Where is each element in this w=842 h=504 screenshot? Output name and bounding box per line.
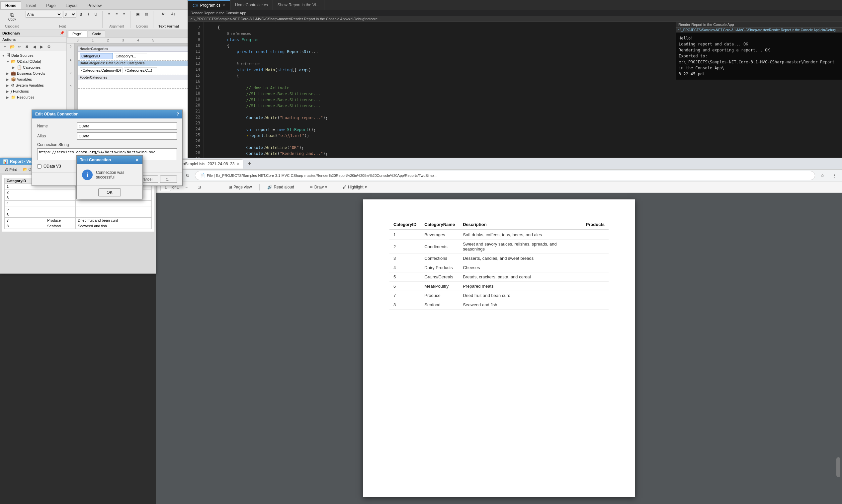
toggle-odata[interactable]: ▼ bbox=[6, 60, 11, 64]
url-bar[interactable]: 📄 File | E:/_PROJECTS/Samples-NET.Core-3… bbox=[195, 171, 815, 180]
italic-button[interactable]: I bbox=[86, 11, 91, 17]
border-buttons: ▣ ▤ bbox=[134, 11, 151, 17]
tree-item-system-variables[interactable]: ▶ ⚙ System Variables bbox=[0, 82, 66, 88]
arrow-right-btn[interactable]: ▶ bbox=[38, 43, 45, 50]
align-right-button[interactable]: ≡ bbox=[121, 11, 127, 17]
pdf-tab-close[interactable]: ✕ bbox=[236, 162, 240, 166]
test-connection-dialog: Test Connection ✕ i Connection was succe… bbox=[76, 155, 143, 199]
toggle-business-objects[interactable]: ▶ bbox=[6, 72, 11, 75]
text-format-btn1[interactable]: A↑ bbox=[159, 11, 168, 17]
code-line: Console.Write("Loading repor..."); bbox=[208, 115, 672, 121]
console-title-bar: Render Report in the Console App bbox=[676, 22, 842, 28]
zoom-out-icon: − bbox=[185, 185, 188, 190]
test-dialog-close[interactable]: ✕ bbox=[135, 158, 139, 162]
tree-item-resources[interactable]: ▶ 📁 Resources bbox=[0, 94, 66, 100]
pdf-toolbar: of 1 − ⊡ + ⊞ Page view 🔊 Read aloud ✏ Dr… bbox=[156, 182, 842, 193]
text-format-label: Text Format bbox=[157, 24, 180, 28]
code-line bbox=[208, 79, 672, 85]
add-btn[interactable]: + bbox=[2, 43, 8, 50]
underline-button[interactable]: U bbox=[92, 11, 100, 17]
odata-icon: 📂 bbox=[11, 59, 16, 64]
footer-band: FooterCategories bbox=[78, 75, 189, 89]
test-dialog-title: Test Connection bbox=[80, 158, 111, 162]
tree-item-business-objects[interactable]: ▶ 💼 Business Objects bbox=[0, 70, 66, 76]
pdf-table-row: 3ConfectionsDesserts, candies, and sweet… bbox=[389, 254, 609, 263]
font-size-select[interactable]: 8 bbox=[63, 11, 76, 18]
tab-home[interactable]: Home bbox=[0, 1, 21, 9]
sys-vars-icon: ⚙ bbox=[11, 83, 15, 88]
open-icon: 📂 bbox=[23, 167, 28, 171]
pin-icon[interactable]: 📌 bbox=[60, 31, 65, 35]
tree-item-categories[interactable]: ▶ 📋 Categories bbox=[0, 65, 66, 70]
print-button[interactable]: 🖨 Print bbox=[2, 166, 19, 173]
zoom-in-button[interactable]: + bbox=[207, 183, 217, 191]
tab-program-close[interactable]: ✕ bbox=[223, 3, 225, 7]
font-family-select[interactable]: Arial bbox=[25, 11, 62, 18]
render-report-tab[interactable]: Render Report in the Console App bbox=[191, 11, 246, 15]
code-content[interactable]: { 0 references class Program { private c… bbox=[204, 22, 676, 158]
name-input[interactable] bbox=[77, 122, 177, 130]
fill-button[interactable]: ▤ bbox=[142, 11, 151, 17]
url-text: File | E:/_PROJECTS/Samples-NET.Core-3.1… bbox=[207, 174, 811, 178]
toggle-categories[interactable]: ▶ bbox=[12, 66, 17, 69]
code-tab-show-report[interactable]: Show Report in the Vi... bbox=[273, 0, 324, 10]
delete-btn[interactable]: ✖ bbox=[23, 43, 30, 50]
align-left-button[interactable]: ≡ bbox=[106, 11, 112, 17]
toggle-data-sources[interactable]: ▼ bbox=[2, 54, 6, 57]
toggle-sys-vars[interactable]: ▶ bbox=[6, 84, 11, 87]
tab-layout[interactable]: Layout bbox=[60, 1, 82, 9]
tab-preview[interactable]: Preview bbox=[82, 1, 107, 9]
code-line bbox=[208, 157, 672, 158]
reload-button[interactable]: ↻ bbox=[183, 171, 192, 180]
folder-btn[interactable]: 📂 bbox=[9, 43, 16, 50]
page-view-button[interactable]: ⊞ Page view bbox=[225, 183, 255, 191]
alias-input[interactable] bbox=[77, 132, 177, 140]
text-format-btn2[interactable]: A↓ bbox=[169, 11, 178, 17]
ruler-horizontal: 0 1 2 3 4 5 bbox=[67, 37, 192, 43]
clipboard-group: ⧉ Copy Clipboard bbox=[2, 11, 22, 28]
scroll-indicator bbox=[836, 457, 840, 477]
header-cell-id[interactable]: CategoryID bbox=[80, 53, 113, 59]
data-cell-name[interactable]: {Categories.C...} bbox=[124, 67, 157, 73]
data-cell-id[interactable]: {Categories.CategoryID} bbox=[80, 67, 123, 73]
tab-insert[interactable]: Insert bbox=[21, 1, 41, 9]
pdf-col-name: CategoryName bbox=[420, 219, 459, 230]
connect-button[interactable]: C... bbox=[160, 176, 177, 183]
edit-btn[interactable]: ✏ bbox=[16, 43, 23, 50]
highlight-button[interactable]: 🖊 Highlight ▾ bbox=[339, 183, 370, 191]
canvas-tab-code[interactable]: Code bbox=[88, 31, 105, 37]
align-center-button[interactable]: ≡ bbox=[113, 11, 120, 17]
data-band-label: DataCategories: Data Source: Categories bbox=[78, 61, 189, 66]
pdf-table-row: 6Meat/PoultryPrepared meats bbox=[389, 282, 609, 291]
render-report-tab-bar: Render Report in the Console App bbox=[188, 10, 842, 16]
bold-button[interactable]: B bbox=[77, 11, 85, 17]
new-tab-button[interactable]: + bbox=[245, 159, 254, 168]
code-tab-program[interactable]: C# Program.cs ✕ bbox=[188, 0, 230, 10]
header-cell-name[interactable]: CategoryN... bbox=[114, 53, 147, 59]
settings-btn[interactable]: ⚙ bbox=[46, 43, 52, 50]
tree-item-data-sources[interactable]: ▼ 🗄 Data Sources bbox=[0, 52, 66, 58]
toggle-functions[interactable]: ▶ bbox=[6, 90, 11, 93]
tab-page[interactable]: Page bbox=[41, 1, 60, 9]
border-button[interactable]: ▣ bbox=[134, 11, 142, 17]
toggle-resources[interactable]: ▶ bbox=[6, 95, 11, 99]
canvas-tab-page1[interactable]: Page1 bbox=[68, 31, 87, 37]
odata-help-icon[interactable]: ? bbox=[177, 112, 179, 116]
tree-item-variables[interactable]: ▶ 📦 Variables bbox=[0, 76, 66, 82]
draw-button[interactable]: ✏ Draw ▾ bbox=[306, 183, 331, 191]
settings-button[interactable]: ⋮ bbox=[830, 171, 839, 180]
actions-label: Actions bbox=[0, 36, 66, 43]
read-aloud-button[interactable]: 🔊 Read aloud bbox=[264, 183, 298, 191]
code-tab-home-controller[interactable]: HomeController.cs bbox=[230, 0, 273, 10]
tree-item-odata[interactable]: ▼ 📂 OData [OData] bbox=[0, 58, 66, 65]
zoom-out-button[interactable]: − bbox=[181, 183, 191, 191]
copy-button[interactable]: ⧉ Copy bbox=[6, 11, 18, 22]
bookmark-button[interactable]: ☆ bbox=[818, 171, 827, 180]
variables-icon: 📦 bbox=[11, 77, 16, 82]
zoom-fit-button[interactable]: ⊡ bbox=[194, 183, 205, 191]
odata-v3-checkbox[interactable] bbox=[37, 164, 41, 168]
toggle-variables[interactable]: ▶ bbox=[6, 78, 11, 81]
arrow-left-btn[interactable]: ◀ bbox=[31, 43, 37, 50]
tree-item-functions[interactable]: ▶ 𝑓 Functions bbox=[0, 88, 66, 94]
ok-button[interactable]: OK bbox=[98, 188, 121, 196]
